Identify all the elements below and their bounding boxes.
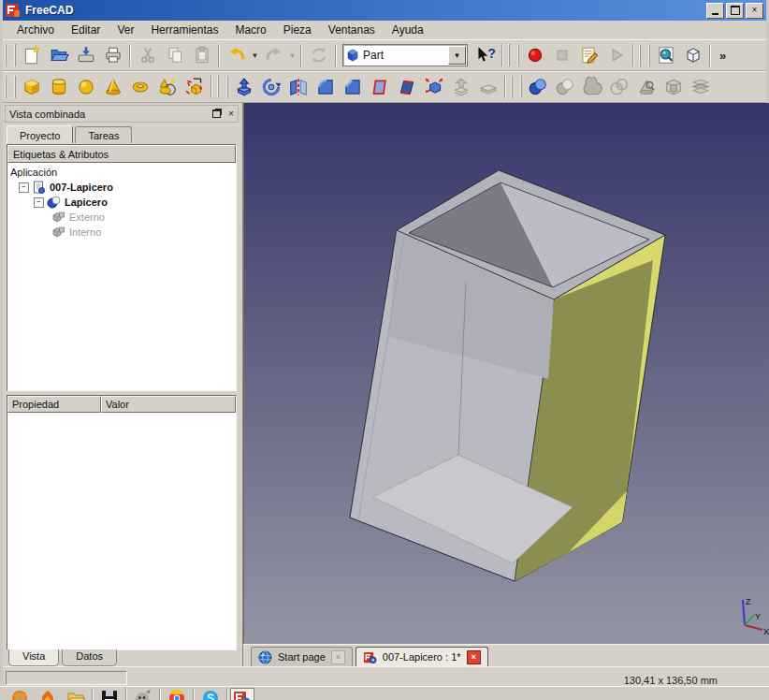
mirror-button[interactable] <box>284 74 312 100</box>
workbench-dropdown-button[interactable]: ▾ <box>448 46 466 65</box>
collapse-expander[interactable]: − <box>19 182 29 193</box>
part-cylinder-button[interactable] <box>45 74 72 100</box>
boolean-cut-button[interactable] <box>551 74 578 100</box>
paste-button[interactable] <box>188 42 215 68</box>
toolbar-overflow-button[interactable]: » <box>719 49 726 63</box>
copy-button[interactable] <box>161 42 188 68</box>
revolve-button[interactable] <box>257 74 284 100</box>
tree-item-externo[interactable]: Externo <box>10 210 236 225</box>
tab-document[interactable]: 007-Lapicero : 1* × <box>355 647 488 666</box>
tree-item-document[interactable]: − 007-Lapicero <box>10 180 236 195</box>
taskbar-active-app[interactable] <box>230 688 254 700</box>
taskbar-disk-icon[interactable] <box>100 689 119 700</box>
menu-editar[interactable]: Editar <box>63 22 109 38</box>
3d-scene[interactable]: Z Y X <box>244 103 769 644</box>
part-primitives-button[interactable] <box>153 74 181 100</box>
new-document-button[interactable] <box>18 42 45 68</box>
toolbar-handle[interactable] <box>508 44 519 66</box>
menu-archivo[interactable]: Archivo <box>8 22 63 38</box>
tab-vista[interactable]: Vista <box>8 649 59 666</box>
extrude-button[interactable] <box>230 74 257 100</box>
cut-button[interactable] <box>134 42 161 68</box>
open-file-button[interactable] <box>45 42 72 68</box>
part-cone-button[interactable] <box>99 74 126 100</box>
menu-pieza[interactable]: Pieza <box>275 22 320 38</box>
redo-dropdown[interactable]: ▾ <box>287 51 297 60</box>
part-sphere-button[interactable] <box>72 74 99 100</box>
tree-item-body[interactable]: − Lapicero <box>10 195 236 210</box>
boolean-intersection-button[interactable] <box>605 74 632 100</box>
menu-macro[interactable]: Macro <box>226 22 274 38</box>
whats-this-button[interactable]: ? <box>471 42 499 68</box>
refresh-button[interactable] <box>305 42 332 68</box>
macro-edit-button[interactable] <box>575 42 602 68</box>
close-button[interactable]: × <box>746 3 763 19</box>
taskbar-skype-icon[interactable] <box>201 689 220 700</box>
3d-viewport[interactable]: Z Y X <box>243 103 769 644</box>
toolbar-handle[interactable] <box>5 76 16 98</box>
macro-play-button[interactable] <box>602 42 630 68</box>
compound-button[interactable] <box>660 74 687 100</box>
taskbar-chrome-icon[interactable] <box>167 689 186 700</box>
dock-float-button[interactable] <box>210 108 223 120</box>
print-button[interactable] <box>99 42 126 68</box>
column-propiedad[interactable]: Propiedad <box>7 396 101 413</box>
menu-ver[interactable]: Ver <box>109 22 142 38</box>
maximize-button[interactable] <box>726 3 744 19</box>
ruled-surface-button[interactable] <box>393 74 420 100</box>
maximize-icon <box>731 6 740 15</box>
collapse-expander[interactable]: − <box>34 197 44 208</box>
tab-proyecto[interactable]: Proyecto <box>7 125 73 143</box>
draw-style-button[interactable] <box>679 42 706 68</box>
menu-herramientas[interactable]: Herramientas <box>142 22 226 38</box>
macro-stop-button[interactable] <box>548 42 575 68</box>
tab-document-close-button[interactable]: × <box>467 650 481 664</box>
tree-root[interactable]: Aplicación <box>10 165 236 180</box>
toolbar-handle[interactable] <box>5 44 16 66</box>
toolbar-handle[interactable] <box>217 76 228 98</box>
pen-holder-model[interactable] <box>350 170 665 581</box>
dock-close-button[interactable]: × <box>225 108 238 120</box>
menu-ventanas[interactable]: Ventanas <box>320 22 384 38</box>
taskbar-app-icon[interactable] <box>38 689 57 700</box>
undo-button[interactable] <box>223 42 250 68</box>
tree-interno-label: Interno <box>69 226 101 238</box>
column-valor[interactable]: Valor <box>101 396 236 413</box>
tab-start-page[interactable]: Start page × <box>251 647 353 666</box>
toolbar-handle[interactable] <box>511 76 522 98</box>
tab-tareas[interactable]: Tareas <box>75 126 132 143</box>
tree-item-interno[interactable]: Interno <box>10 225 236 240</box>
taskbar-browser-icon[interactable] <box>10 689 29 700</box>
toolbar-file: ▾ ▾ Part ▾ ? » <box>3 39 766 71</box>
fillet-button[interactable] <box>312 74 339 100</box>
save-button[interactable] <box>72 42 99 68</box>
macro-record-button[interactable] <box>521 42 548 68</box>
sweep-button[interactable] <box>474 74 501 100</box>
primitives-icon <box>157 77 178 97</box>
redo-button[interactable] <box>260 42 287 68</box>
fit-all-button[interactable] <box>652 42 679 68</box>
part-torus-button[interactable] <box>126 74 153 100</box>
property-grid-body[interactable] <box>7 413 236 666</box>
tab-start-page-close-button[interactable]: × <box>331 650 345 664</box>
shape-builder-button[interactable] <box>181 74 208 100</box>
cross-sections-button[interactable] <box>687 74 714 100</box>
check-geometry-button[interactable] <box>632 74 660 100</box>
tab-datos[interactable]: Datos <box>62 649 117 666</box>
workbench-selector[interactable]: Part ▾ <box>342 44 468 66</box>
taskbar-gimp-icon[interactable] <box>134 689 152 700</box>
undo-dropdown[interactable]: ▾ <box>250 51 260 60</box>
taskbar-folder-icon[interactable] <box>66 689 85 700</box>
dock-titlebar: Vista combinada × <box>5 105 239 123</box>
offset-button[interactable] <box>420 74 447 100</box>
menu-ayuda[interactable]: Ayuda <box>384 22 432 38</box>
chamfer-button[interactable] <box>339 74 366 100</box>
minimize-button[interactable] <box>706 3 724 19</box>
loft-button[interactable] <box>447 74 474 100</box>
make-face-button[interactable] <box>366 74 393 100</box>
toolbar-handle[interactable] <box>639 44 650 66</box>
boolean-button[interactable] <box>524 74 551 100</box>
part-box-button[interactable] <box>18 74 45 100</box>
cone-icon <box>103 77 123 97</box>
boolean-union-button[interactable] <box>578 74 605 100</box>
